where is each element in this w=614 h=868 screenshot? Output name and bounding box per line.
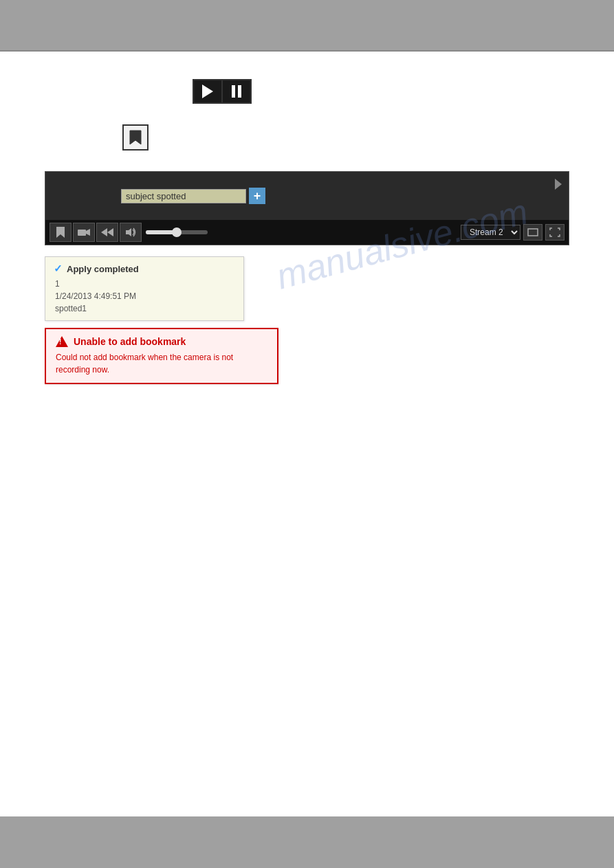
playback-controls [193, 79, 614, 104]
video-screen: + [45, 172, 569, 220]
stream-selector: Stream 2 Stream 1 Stream 3 [461, 224, 564, 241]
apply-completed-card: ✓ Apply completed 1 1/24/2013 4:49:51 PM… [45, 256, 244, 321]
apply-completed-line2: 1/24/2013 4:49:51 PM [55, 290, 235, 302]
fullscreen-icon [549, 227, 560, 237]
volume-thumb[interactable] [172, 227, 182, 237]
bottom-bar [0, 816, 614, 868]
apply-completed-title: Apply completed [67, 264, 139, 274]
svg-rect-8 [528, 229, 538, 236]
subject-spotted-add-button[interactable]: + [249, 188, 265, 204]
error-header: Unable to add bookmark [56, 336, 267, 347]
video-player: + [45, 171, 569, 245]
toolbar-rewind-button[interactable] [96, 223, 118, 242]
fullscreen-button[interactable] [545, 224, 564, 241]
apply-completed-header: ✓ Apply completed [54, 263, 235, 275]
window-mode-icon [527, 228, 538, 236]
play-button[interactable] [193, 79, 223, 104]
error-message: Could not add bookmark when the camera i… [56, 351, 267, 376]
video-toolbar: Stream 2 Stream 1 Stream 3 [45, 220, 569, 245]
apply-completed-details: 1 1/24/2013 4:49:51 PM spotted1 [54, 278, 235, 315]
bookmark-icon [129, 129, 142, 146]
window-mode-button[interactable] [523, 224, 542, 241]
subject-spotted-overlay: + [121, 188, 265, 204]
warning-triangle-icon [56, 336, 68, 347]
svg-marker-6 [101, 228, 107, 236]
svg-marker-0 [130, 131, 141, 144]
svg-marker-2 [56, 227, 65, 238]
svg-marker-5 [107, 228, 113, 236]
svg-marker-1 [555, 179, 562, 190]
top-navigation-bar [0, 0, 614, 52]
svg-marker-4 [86, 229, 90, 236]
toolbar-bookmark-icon [56, 226, 65, 238]
subject-spotted-input[interactable] [121, 189, 246, 203]
apply-completed-line1: 1 [55, 278, 235, 290]
corner-arrow-icon [549, 177, 563, 191]
toolbar-rewind-icon [101, 227, 113, 237]
pause-icon [232, 85, 241, 98]
stream-dropdown[interactable]: Stream 2 Stream 1 Stream 3 [461, 225, 520, 240]
bookmark-button[interactable] [122, 124, 149, 151]
video-corner-icon [548, 176, 564, 192]
toolbar-camera-button[interactable] [73, 223, 95, 242]
svg-marker-7 [126, 228, 131, 236]
notifications-area: ✓ Apply completed 1 1/24/2013 4:49:51 PM… [45, 256, 569, 384]
pause-bar-right [238, 85, 241, 98]
error-title: Unable to add bookmark [74, 336, 186, 347]
error-card: Unable to add bookmark Could not add boo… [45, 328, 278, 384]
volume-slider[interactable] [146, 230, 208, 234]
svg-rect-3 [78, 230, 86, 236]
checkmark-icon: ✓ [54, 263, 63, 275]
toolbar-bookmark-button[interactable] [50, 223, 72, 242]
apply-completed-line3: spotted1 [55, 302, 235, 315]
toolbar-audio-button[interactable] [120, 223, 142, 242]
toolbar-audio-icon [125, 227, 136, 237]
pause-button[interactable] [221, 79, 252, 104]
volume-track [146, 230, 208, 234]
toolbar-camera-icon [78, 227, 90, 237]
pause-bar-left [232, 85, 235, 98]
play-icon [202, 85, 213, 98]
bookmark-icon-area [122, 124, 614, 151]
